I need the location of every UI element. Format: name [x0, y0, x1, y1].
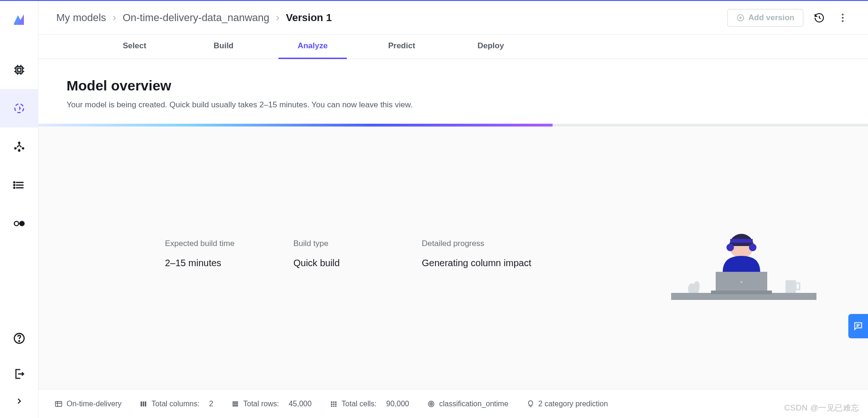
- footer-cells: Total cells: 90,000: [329, 400, 409, 408]
- svg-rect-17: [796, 283, 800, 290]
- svg-rect-0: [16, 67, 22, 73]
- breadcrumb-dataset[interactable]: On-time-delivery-data_nanwang: [123, 12, 269, 24]
- target-icon: [427, 400, 435, 408]
- chat-icon: [853, 321, 863, 331]
- help-icon[interactable]: [0, 321, 38, 356]
- stat-label: Expected build time: [165, 239, 282, 248]
- svg-rect-36: [333, 403, 334, 405]
- svg-rect-28: [145, 401, 146, 406]
- sidebar-item-analyze-icon[interactable]: [0, 89, 38, 127]
- svg-rect-24: [730, 239, 753, 243]
- svg-point-20: [741, 281, 742, 283]
- footer-rows: Total rows: 45,000: [231, 400, 312, 408]
- svg-point-10: [14, 221, 18, 225]
- svg-rect-19: [711, 291, 772, 294]
- svg-point-3: [18, 142, 20, 144]
- chat-fab-button[interactable]: [848, 314, 868, 338]
- footer-value: 90,000: [386, 400, 409, 408]
- svg-rect-30: [232, 403, 238, 404]
- sidebar-item-graph-icon[interactable]: [0, 127, 38, 166]
- svg-rect-33: [333, 401, 334, 403]
- add-version-label: Add version: [748, 13, 794, 22]
- svg-point-11: [19, 221, 25, 226]
- footer-prediction-text: 2 category prediction: [539, 400, 608, 408]
- svg-rect-37: [335, 403, 337, 405]
- svg-rect-29: [232, 401, 238, 403]
- stat-value: Generating column impact: [422, 258, 539, 269]
- add-version-button[interactable]: Add version: [727, 9, 803, 27]
- tab-deploy[interactable]: Deploy: [446, 35, 535, 59]
- svg-rect-25: [55, 401, 62, 406]
- sidebar-item-list-icon[interactable]: [0, 166, 38, 204]
- svg-rect-35: [331, 403, 332, 405]
- rows-icon: [231, 400, 239, 408]
- grid-icon: [329, 400, 338, 408]
- svg-point-23: [749, 244, 756, 251]
- svg-point-7: [14, 182, 15, 183]
- svg-point-13: [19, 341, 20, 342]
- footer-value: 45,000: [289, 400, 312, 408]
- footer-value: 2: [209, 400, 213, 408]
- svg-rect-34: [335, 401, 337, 403]
- tab-select[interactable]: Select: [90, 35, 179, 59]
- history-icon[interactable]: [812, 10, 827, 25]
- stat-value: 2–15 minutes: [165, 258, 282, 269]
- footer-columns: Total columns: 2: [139, 400, 213, 408]
- svg-rect-31: [232, 405, 238, 406]
- svg-rect-26: [141, 401, 142, 406]
- sidebar: [0, 1, 38, 418]
- page-subtitle: Your model is being created. Quick build…: [67, 100, 868, 110]
- svg-point-5: [22, 147, 24, 149]
- footer-source-text: On-time-delivery: [67, 400, 121, 408]
- stat-expected-time: Expected build time 2–15 minutes: [165, 239, 282, 269]
- svg-rect-40: [335, 405, 337, 406]
- stat-value: Quick build: [293, 258, 411, 269]
- bulb-icon: [526, 400, 535, 408]
- breadcrumb-version: Version 1: [286, 12, 332, 24]
- tab-analyze[interactable]: Analyze: [268, 35, 357, 59]
- sidebar-item-toggle-icon[interactable]: [0, 204, 38, 243]
- stat-label: Build type: [293, 239, 411, 248]
- watermark: CSDN @一见已难忘: [784, 403, 860, 413]
- plus-circle-icon: [736, 14, 745, 22]
- svg-point-9: [14, 187, 15, 188]
- svg-point-22: [726, 244, 734, 251]
- build-status-pane: Expected build time 2–15 minutes Build t…: [38, 127, 868, 389]
- chevron-right-icon: ›: [276, 12, 279, 24]
- sidebar-item-compute-icon[interactable]: [0, 51, 38, 89]
- footer-label: Total cells:: [342, 400, 377, 408]
- sidebar-expand-icon[interactable]: [0, 392, 38, 411]
- tab-predict[interactable]: Predict: [357, 35, 446, 59]
- footer-prediction-type: 2 category prediction: [526, 400, 608, 408]
- logout-icon[interactable]: [0, 356, 38, 392]
- svg-point-8: [14, 185, 15, 186]
- tab-bar: Select Build Analyze Predict Deploy: [38, 35, 868, 59]
- svg-rect-32: [331, 401, 332, 403]
- stat-build-type: Build type Quick build: [293, 239, 411, 269]
- footer-label: Total columns:: [151, 400, 199, 408]
- app-logo-icon: [12, 13, 26, 27]
- svg-rect-16: [786, 280, 796, 293]
- breadcrumb-root[interactable]: My models: [56, 12, 106, 24]
- more-actions-button[interactable]: [835, 10, 850, 25]
- svg-point-43: [431, 403, 432, 404]
- stat-label: Detailed progress: [422, 239, 539, 248]
- footer-label: Total rows:: [243, 400, 279, 408]
- svg-rect-39: [333, 405, 334, 406]
- svg-rect-27: [143, 401, 144, 406]
- person-laptop-illustration: [671, 220, 816, 302]
- footer-target: classification_ontime: [427, 400, 509, 408]
- status-footer: On-time-delivery Total columns: 2 Total …: [38, 389, 868, 418]
- tab-build[interactable]: Build: [179, 35, 268, 59]
- breadcrumb: My models › On-time-delivery-data_nanwan…: [56, 12, 332, 24]
- page-title: Model overview: [67, 78, 868, 94]
- stat-detail: Detailed progress Generating column impa…: [422, 239, 539, 269]
- main-area: My models › On-time-delivery-data_nanwan…: [38, 1, 868, 418]
- footer-target-text: classification_ontime: [439, 400, 509, 408]
- footer-source: On-time-delivery: [54, 400, 121, 408]
- columns-icon: [139, 400, 148, 408]
- svg-point-4: [14, 147, 16, 149]
- top-bar: My models › On-time-delivery-data_nanwan…: [38, 1, 868, 35]
- svg-rect-1: [17, 68, 21, 72]
- svg-rect-38: [331, 405, 332, 406]
